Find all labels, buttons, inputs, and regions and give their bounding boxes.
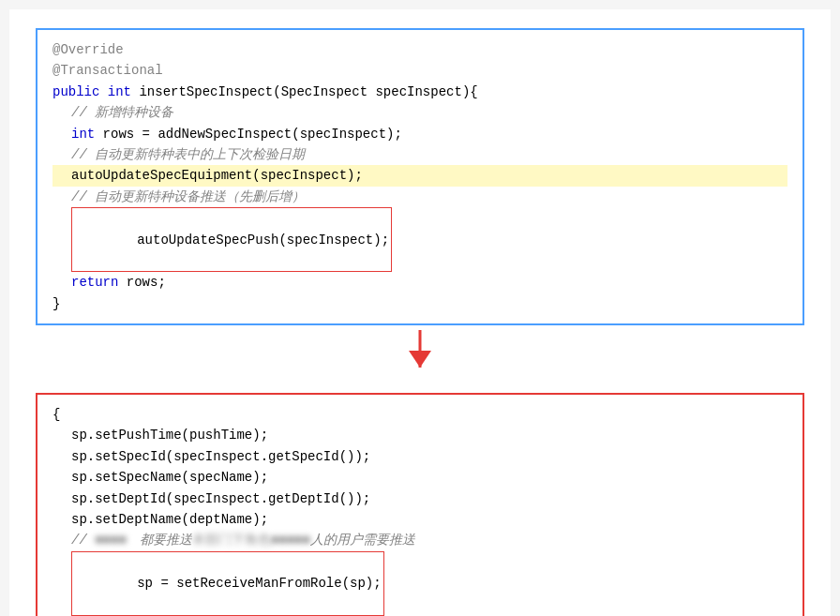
code-comment: // 自动更新特种设备推送（先删后增） (71, 187, 305, 207)
code-text: autoUpdateSpecPush(specInspect); (137, 233, 389, 248)
code-text: return (71, 272, 127, 293)
code-text: insertSpecInspect(SpecInspect specInspec… (139, 82, 477, 102)
blurred-text: ■■■■■ (271, 530, 310, 550)
code-text: sp.setDeptId(specInspect.getDeptId()); (71, 488, 370, 509)
redbox-highlight: sp = setReceiveManFromRole(sp); (71, 551, 384, 616)
arrow-head (409, 351, 431, 368)
code-line: // 新增特种设备 (52, 102, 788, 123)
code-line: @Transactional (52, 60, 788, 81)
code-line: sp.setDeptId(specInspect.getDeptId()); (52, 488, 788, 509)
arrow-down-indicator (409, 351, 431, 368)
code-text: rows = addNewSpecInspect(specInspect); (103, 124, 402, 144)
code-text: sp.setSpecName(specName); (71, 467, 268, 488)
code-text: { (52, 404, 60, 425)
code-text: } (52, 293, 60, 314)
code-comment: // 新增特种设备 (71, 102, 173, 123)
code-line: sp.setDeptName(deptName); (52, 509, 788, 530)
code-comment: 人的用户需要推送 (310, 530, 415, 550)
code-line-highlight: autoUpdateSpecEquipment(specInspect); (52, 165, 788, 186)
code-line-comment-blurred: // ■■■■ 都要推送 本部门下角色 ■■■■■ 人的用户需要推送 (52, 530, 788, 550)
code-text: sp.setPushTime(pushTime); (71, 425, 268, 445)
code-text: sp.setSpecId(specInspect.getSpecId()); (71, 446, 370, 467)
code-text: sp.setDeptName(deptName); (71, 509, 268, 530)
blurred-text: ■■■■ (95, 530, 127, 550)
main-container: @Override @Transactional public int inse… (9, 9, 831, 616)
code-line: return rows; (52, 272, 788, 293)
top-code-block: @Override @Transactional public int inse… (36, 28, 804, 325)
code-line: sp.setPushTime(pushTime); (52, 425, 788, 445)
code-line: } (52, 293, 788, 314)
code-line: int rows = addNewSpecInspect(specInspect… (52, 124, 788, 144)
code-text: rows; (127, 272, 166, 293)
code-text: public (52, 82, 108, 102)
code-line: // 自动更新特种设备推送（先删后增） (52, 187, 788, 207)
code-keyword: int (108, 82, 140, 102)
code-comment: // 自动更新特种表中的上下次检验日期 (71, 144, 305, 165)
redbox-highlight: autoUpdateSpecPush(specInspect); (71, 207, 392, 272)
code-text: @Override (52, 39, 124, 60)
code-line: sp.setSpecName(specName); (52, 467, 788, 488)
code-comment: 都要推送 (127, 530, 192, 550)
code-line-redbox: autoUpdateSpecPush(specInspect); (52, 207, 788, 272)
blurred-text: 本部门下角色 (192, 530, 271, 550)
code-line: { (52, 404, 788, 425)
bottom-code-block: { sp.setPushTime(pushTime); sp.setSpecId… (36, 393, 804, 616)
code-line-redbox: sp = setReceiveManFromRole(sp); (52, 551, 788, 616)
code-line: // 自动更新特种表中的上下次检验日期 (52, 144, 788, 165)
code-line: public int insertSpecInspect(SpecInspect… (52, 82, 788, 102)
code-text: sp = setReceiveManFromRole(sp); (137, 576, 381, 591)
code-line: @Override (52, 39, 788, 60)
code-text: int (71, 124, 103, 144)
code-comment: // (71, 530, 95, 550)
code-text: autoUpdateSpecEquipment(specInspect); (71, 165, 363, 186)
code-line: sp.setSpecId(specInspect.getSpecId()); (52, 446, 788, 467)
arrow-container (36, 340, 804, 378)
code-text: @Transactional (52, 60, 163, 81)
